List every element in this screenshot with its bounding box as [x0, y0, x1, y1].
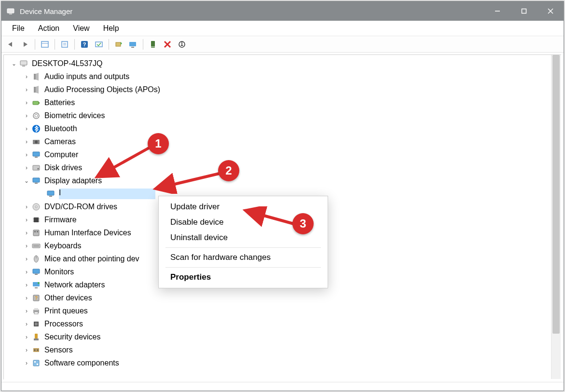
- other-icon: ?: [31, 293, 41, 303]
- svg-point-35: [38, 168, 39, 169]
- tree-root[interactable]: ⌄DESKTOP-4L537JQ: [9, 57, 560, 70]
- chevron-right-icon[interactable]: ›: [22, 256, 31, 262]
- chevron-right-icon[interactable]: ›: [22, 125, 31, 132]
- tree-category-2[interactable]: ›Batteries: [9, 96, 560, 109]
- chevron-right-icon[interactable]: ›: [22, 243, 31, 249]
- svg-rect-69: [34, 338, 39, 340]
- monitor-icon: [31, 267, 41, 277]
- tree-category-19[interactable]: ›Security devices: [9, 330, 560, 343]
- svg-rect-32: [33, 152, 40, 156]
- speaker-icon: [31, 85, 41, 95]
- chevron-right-icon[interactable]: ›: [22, 230, 31, 236]
- tree-category-7[interactable]: ›Disk drives: [9, 161, 560, 174]
- scan-hardware-button[interactable]: [127, 38, 139, 51]
- chevron-right-icon[interactable]: ›: [22, 360, 31, 366]
- chevron-down-icon[interactable]: ⌄: [10, 60, 18, 67]
- update-driver-button[interactable]: [112, 38, 125, 51]
- tree-item-label: Batteries: [44, 98, 75, 107]
- tree-item-label: Disk drives: [44, 163, 82, 172]
- svg-rect-34: [33, 165, 40, 170]
- svg-rect-23: [34, 74, 36, 80]
- svg-rect-57: [33, 269, 40, 273]
- display-icon: [31, 176, 41, 186]
- tree-category-17[interactable]: ›Print queues: [9, 304, 560, 317]
- tree-item-label: Bluetooth: [44, 124, 77, 133]
- speaker-icon: [31, 72, 41, 81]
- chevron-right-icon[interactable]: ›: [22, 73, 31, 80]
- tree-category-21[interactable]: ›Software components: [9, 356, 560, 369]
- svg-rect-50: [34, 231, 36, 232]
- menubar: File Action View Help: [1, 21, 564, 36]
- chevron-right-icon[interactable]: ›: [22, 321, 31, 327]
- chevron-right-icon[interactable]: ›: [22, 203, 31, 210]
- context-menu-item-0[interactable]: Update driver: [159, 199, 328, 215]
- uninstall-device-button[interactable]: [161, 38, 174, 51]
- chevron-right-icon[interactable]: ›: [22, 334, 31, 340]
- menu-help[interactable]: Help: [96, 22, 126, 35]
- chevron-right-icon[interactable]: ›: [22, 269, 31, 275]
- tree-category-3[interactable]: ›Biometric devices: [9, 109, 560, 122]
- tree-category-20[interactable]: ›Sensors: [9, 343, 560, 356]
- chevron-right-icon[interactable]: ›: [22, 216, 31, 223]
- action-button[interactable]: [93, 38, 105, 51]
- display-icon: [45, 189, 56, 199]
- chevron-right-icon[interactable]: ›: [22, 308, 31, 314]
- svg-rect-75: [37, 364, 38, 365]
- tree-category-1[interactable]: ›Audio Processing Objects (APOs): [9, 83, 560, 96]
- disk-icon: [31, 163, 41, 173]
- vertical-scrollbar[interactable]: [551, 55, 561, 379]
- svg-point-27: [33, 113, 39, 119]
- chevron-right-icon[interactable]: ›: [22, 164, 31, 171]
- sensor-icon: [31, 345, 41, 355]
- tree-category-8[interactable]: ⌄Display adapters: [9, 174, 560, 187]
- tree-category-0[interactable]: ›Audio inputs and outputs: [9, 70, 560, 83]
- disable-device-button[interactable]: [176, 38, 188, 51]
- menu-action[interactable]: Action: [31, 22, 66, 35]
- chevron-right-icon[interactable]: ›: [22, 138, 31, 145]
- svg-point-28: [35, 114, 38, 117]
- menu-view[interactable]: View: [66, 22, 96, 35]
- tree-item-label: Security devices: [44, 333, 101, 341]
- chevron-right-icon[interactable]: ›: [22, 347, 31, 353]
- context-menu-item-4[interactable]: Scan for hardware changes: [159, 250, 328, 265]
- tree-category-18[interactable]: ›Processors: [9, 317, 560, 330]
- tree-item-label: Network adapters: [44, 281, 105, 289]
- close-button[interactable]: [537, 1, 564, 21]
- chevron-right-icon[interactable]: ›: [22, 86, 31, 93]
- back-button[interactable]: [4, 38, 17, 51]
- chevron-right-icon[interactable]: ›: [22, 151, 31, 158]
- tree-item-label: Human Interface Devices: [44, 229, 131, 237]
- svg-point-41: [35, 206, 37, 208]
- scrollbar-thumb[interactable]: [552, 55, 560, 334]
- forward-button[interactable]: [19, 38, 31, 51]
- statusbar: [1, 382, 564, 391]
- annotation-badge-3: 3: [292, 213, 314, 234]
- enable-device-button[interactable]: [147, 38, 159, 51]
- menu-file[interactable]: File: [5, 22, 31, 35]
- chevron-right-icon[interactable]: ›: [22, 99, 31, 106]
- chevron-right-icon[interactable]: ›: [22, 112, 31, 119]
- context-menu-divider: [165, 267, 321, 268]
- computer-icon: [18, 59, 29, 68]
- svg-rect-13: [96, 42, 102, 47]
- tree-category-4[interactable]: ›Bluetooth: [9, 122, 560, 135]
- tree-category-5[interactable]: ›Cameras: [9, 135, 560, 148]
- svg-rect-15: [129, 42, 136, 46]
- tree-item-label: Monitors: [44, 268, 74, 276]
- context-menu-divider: [165, 247, 321, 248]
- tree-item-label: Computer: [44, 150, 78, 159]
- svg-text:?: ?: [83, 41, 86, 47]
- chevron-down-icon[interactable]: ⌄: [22, 177, 31, 184]
- chevron-right-icon[interactable]: ›: [22, 282, 31, 288]
- tree-category-16[interactable]: ›?Other devices: [9, 291, 560, 304]
- context-menu-item-6[interactable]: Properties: [159, 270, 328, 285]
- help-button[interactable]: ?: [78, 38, 91, 51]
- svg-rect-52: [32, 244, 40, 248]
- maximize-button[interactable]: [510, 1, 537, 21]
- show-hidden-button[interactable]: [39, 38, 51, 51]
- tree-item-label: Other devices: [44, 294, 92, 302]
- minimize-button[interactable]: [484, 1, 510, 21]
- properties-button[interactable]: [58, 38, 71, 51]
- tree-category-6[interactable]: ›Computer: [9, 148, 560, 161]
- chevron-right-icon[interactable]: ›: [22, 295, 31, 301]
